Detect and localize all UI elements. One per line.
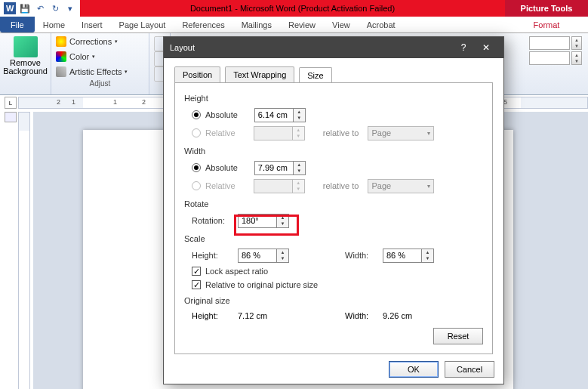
- dialog-actions: OK Cancel: [389, 361, 494, 378]
- size-panel: Height Absolute ▲▼ Relative ▲▼ relative …: [174, 82, 493, 354]
- relative-to-label: relative to: [323, 128, 359, 137]
- spin-button: ▲▼: [293, 179, 305, 193]
- width-absolute-label: Absolute: [205, 163, 238, 172]
- orig-height-value: 7.12 cm: [238, 311, 298, 320]
- highlight-box: [234, 215, 299, 236]
- tab-home[interactable]: Home: [35, 17, 73, 32]
- layout-dialog: Layout ? ✕ Position Text Wrapping Size H…: [163, 36, 504, 384]
- scale-height-label: Height:: [192, 251, 233, 260]
- artistic-effects-button[interactable]: Artistic Effects▾: [56, 64, 144, 79]
- ruler-button[interactable]: [5, 112, 17, 122]
- height-absolute-input[interactable]: ▲▼: [254, 108, 306, 122]
- title-bar: W 💾 ↶ ↻ ▾ Document1 - Microsoft Word (Pr…: [0, 0, 588, 17]
- adjust-group-title: Adjust: [56, 79, 144, 90]
- adjust-group: Corrections▾ Color▾ Artistic Effects▾ Ad…: [51, 33, 149, 94]
- scale-width-label: Width:: [345, 251, 378, 260]
- remove-background-group: Remove Background: [0, 33, 51, 94]
- save-icon[interactable]: 💾: [18, 2, 32, 15]
- shape-width-field[interactable]: ▲▼: [529, 51, 582, 65]
- relative-to-label: relative to: [323, 181, 359, 190]
- relative-original-checkbox[interactable]: [192, 280, 201, 289]
- tab-insert[interactable]: Insert: [73, 17, 111, 32]
- height-absolute-radio[interactable]: [192, 110, 201, 119]
- remove-background-label[interactable]: Remove Background: [3, 59, 48, 76]
- height-absolute-label: Absolute: [205, 110, 238, 119]
- dialog-tab-row: Position Text Wrapping Size: [174, 64, 493, 82]
- corrections-button[interactable]: Corrections▾: [56, 34, 144, 49]
- width-relative-radio: [192, 181, 201, 190]
- height-relative-radio: [192, 128, 201, 137]
- width-group-label: Width: [184, 147, 483, 156]
- brightness-icon: [56, 36, 66, 47]
- width-relative-to-select: Page▾: [368, 179, 434, 193]
- spin-button[interactable]: ▲▼: [294, 108, 306, 122]
- tab-acrobat[interactable]: Acrobat: [359, 17, 404, 32]
- word-icon: W: [3, 2, 17, 15]
- orig-height-label: Height:: [192, 311, 233, 320]
- height-relative-label: Relative: [205, 128, 236, 137]
- width-absolute-radio[interactable]: [192, 163, 201, 172]
- undo-icon[interactable]: ↶: [33, 2, 47, 15]
- original-size-label: Original size: [184, 296, 483, 305]
- svg-text:W: W: [6, 4, 14, 13]
- reset-button[interactable]: Reset: [433, 328, 483, 344]
- lock-aspect-label: Lock aspect ratio: [205, 267, 268, 276]
- shape-height-field[interactable]: ▲▼: [529, 36, 582, 50]
- ribbon-tabs: File Home Insert Page Layout References …: [0, 17, 588, 33]
- scale-width-input[interactable]: ▲▼: [383, 249, 434, 263]
- tab-text-wrapping[interactable]: Text Wrapping: [225, 66, 294, 82]
- orig-width-value: 9.26 cm: [383, 311, 443, 320]
- tab-view[interactable]: View: [324, 17, 359, 32]
- dialog-titlebar[interactable]: Layout ? ✕: [164, 37, 503, 58]
- picture-tools-contextual: Picture Tools: [505, 0, 588, 17]
- tab-format[interactable]: Format: [505, 17, 588, 32]
- relative-original-label: Relative to original picture size: [205, 280, 318, 289]
- height-group-label: Height: [184, 94, 483, 103]
- width-relative-label: Relative: [205, 181, 236, 190]
- artistic-icon: [56, 66, 66, 77]
- spin-button[interactable]: ▲▼: [294, 161, 306, 175]
- scale-group-label: Scale: [184, 234, 483, 243]
- redo-icon[interactable]: ↻: [48, 2, 62, 15]
- cancel-button[interactable]: Cancel: [445, 361, 494, 378]
- width-relative-input: ▲▼: [254, 179, 305, 193]
- spin-button[interactable]: ▲▼: [571, 36, 582, 50]
- tab-review[interactable]: Review: [280, 17, 324, 32]
- rotation-label: Rotation:: [192, 216, 233, 225]
- height-relative-to-select: Page▾: [368, 126, 434, 140]
- ok-button[interactable]: OK: [389, 361, 439, 378]
- size-group: ▲▼ ▲▼: [529, 33, 588, 94]
- width-absolute-input[interactable]: ▲▼: [254, 161, 306, 175]
- color-icon: [56, 51, 66, 62]
- remove-background-icon[interactable]: [14, 36, 38, 57]
- vertical-ruler[interactable]: [18, 112, 30, 389]
- tab-page-layout[interactable]: Page Layout: [111, 17, 174, 32]
- close-button[interactable]: ✕: [475, 37, 497, 58]
- rotate-group-label: Rotate: [184, 199, 483, 208]
- help-button[interactable]: ?: [452, 37, 475, 58]
- height-relative-input: ▲▼: [254, 126, 305, 140]
- tab-size[interactable]: Size: [299, 67, 331, 83]
- quick-access-toolbar: W 💾 ↶ ↻ ▾: [0, 2, 80, 15]
- window-title: Document1 - Microsoft Word (Product Acti…: [80, 0, 505, 17]
- orig-width-label: Width:: [345, 311, 378, 320]
- scale-height-input[interactable]: ▲▼: [238, 249, 289, 263]
- spin-button: ▲▼: [293, 126, 305, 140]
- tab-references[interactable]: References: [174, 17, 232, 32]
- tab-selector[interactable]: L: [5, 97, 17, 109]
- tab-file[interactable]: File: [0, 17, 35, 32]
- tab-mailings[interactable]: Mailings: [233, 17, 280, 32]
- spin-button[interactable]: ▲▼: [422, 249, 434, 263]
- spin-button[interactable]: ▲▼: [277, 249, 289, 263]
- qat-customize-icon[interactable]: ▾: [63, 2, 77, 15]
- dialog-title: Layout: [170, 43, 195, 52]
- color-button[interactable]: Color▾: [56, 49, 144, 64]
- tab-position[interactable]: Position: [174, 66, 220, 82]
- lock-aspect-checkbox[interactable]: [192, 267, 201, 276]
- spin-button[interactable]: ▲▼: [571, 51, 582, 65]
